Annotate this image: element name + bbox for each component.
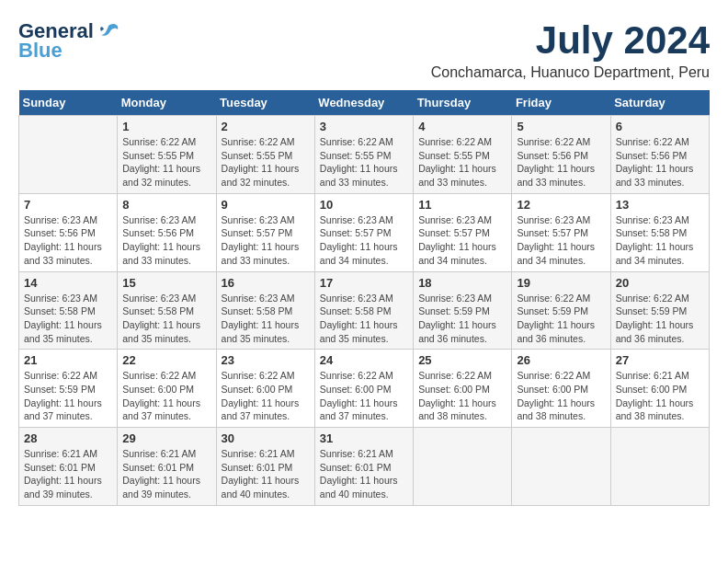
day-info: Sunrise: 6:23 AM Sunset: 5:57 PM Dayligh… — [517, 213, 605, 268]
calendar-week-row: 21Sunrise: 6:22 AM Sunset: 5:59 PM Dayli… — [19, 350, 710, 428]
day-info: Sunrise: 6:22 AM Sunset: 5:55 PM Dayligh… — [418, 135, 506, 190]
day-number: 14 — [24, 276, 112, 290]
day-number: 12 — [517, 198, 605, 212]
day-number: 30 — [222, 431, 310, 445]
header-sunday: Sunday — [19, 90, 118, 116]
day-info: Sunrise: 6:23 AM Sunset: 5:57 PM Dayligh… — [418, 213, 506, 268]
calendar-cell — [610, 428, 709, 506]
day-info: Sunrise: 6:23 AM Sunset: 5:59 PM Dayligh… — [418, 292, 506, 346]
calendar-cell: 20Sunrise: 6:22 AM Sunset: 5:59 PM Dayli… — [610, 271, 709, 350]
day-number: 26 — [517, 353, 605, 367]
day-info: Sunrise: 6:23 AM Sunset: 5:57 PM Dayligh… — [320, 213, 408, 268]
day-info: Sunrise: 6:22 AM Sunset: 5:56 PM Dayligh… — [616, 135, 704, 190]
calendar-cell: 27Sunrise: 6:21 AM Sunset: 6:00 PM Dayli… — [610, 350, 709, 428]
calendar-cell: 29Sunrise: 6:21 AM Sunset: 6:01 PM Dayli… — [118, 428, 216, 506]
day-info: Sunrise: 6:23 AM Sunset: 5:58 PM Dayligh… — [320, 292, 408, 346]
day-info: Sunrise: 6:22 AM Sunset: 6:00 PM Dayligh… — [222, 369, 310, 423]
day-info: Sunrise: 6:22 AM Sunset: 5:56 PM Dayligh… — [517, 135, 605, 190]
day-info: Sunrise: 6:23 AM Sunset: 5:56 PM Dayligh… — [122, 213, 210, 268]
calendar-week-row: 7Sunrise: 6:23 AM Sunset: 5:56 PM Daylig… — [19, 193, 710, 271]
day-info: Sunrise: 6:23 AM Sunset: 5:57 PM Dayligh… — [222, 213, 310, 268]
calendar-cell: 16Sunrise: 6:23 AM Sunset: 5:58 PM Dayli… — [216, 271, 314, 350]
day-number: 21 — [24, 353, 112, 367]
day-number: 29 — [122, 431, 210, 445]
day-number: 28 — [24, 431, 112, 445]
day-number: 22 — [122, 353, 210, 367]
day-number: 6 — [616, 120, 704, 133]
calendar-cell: 6Sunrise: 6:22 AM Sunset: 5:56 PM Daylig… — [610, 116, 709, 194]
calendar-cell: 19Sunrise: 6:22 AM Sunset: 5:59 PM Dayli… — [512, 271, 610, 350]
calendar-cell: 11Sunrise: 6:23 AM Sunset: 5:57 PM Dayli… — [414, 193, 512, 271]
calendar-header-row: SundayMondayTuesdayWednesdayThursdayFrid… — [19, 90, 710, 116]
day-number: 2 — [222, 120, 310, 133]
header-friday: Friday — [512, 90, 610, 116]
header-thursday: Thursday — [414, 90, 512, 116]
day-info: Sunrise: 6:23 AM Sunset: 5:56 PM Dayligh… — [24, 213, 112, 268]
logo-blue-text: Blue — [18, 39, 63, 63]
calendar-cell: 30Sunrise: 6:21 AM Sunset: 6:01 PM Dayli… — [216, 428, 314, 506]
calendar-cell: 1Sunrise: 6:22 AM Sunset: 5:55 PM Daylig… — [118, 116, 216, 194]
day-info: Sunrise: 6:21 AM Sunset: 6:00 PM Dayligh… — [616, 369, 704, 423]
logo: General Blue — [18, 18, 121, 63]
day-info: Sunrise: 6:22 AM Sunset: 6:00 PM Dayligh… — [418, 369, 506, 423]
header-monday: Monday — [118, 90, 216, 116]
calendar-cell — [19, 116, 118, 194]
day-info: Sunrise: 6:22 AM Sunset: 6:00 PM Dayligh… — [320, 369, 408, 423]
calendar-title-area: July 2024 Conchamarca, Huanuco Departmen… — [431, 18, 710, 81]
calendar-cell: 31Sunrise: 6:21 AM Sunset: 6:01 PM Dayli… — [314, 428, 413, 506]
calendar-cell: 23Sunrise: 6:22 AM Sunset: 6:00 PM Dayli… — [216, 350, 314, 428]
calendar-cell: 8Sunrise: 6:23 AM Sunset: 5:56 PM Daylig… — [118, 193, 216, 271]
day-number: 11 — [418, 198, 506, 212]
calendar-cell: 3Sunrise: 6:22 AM Sunset: 5:55 PM Daylig… — [314, 116, 413, 194]
day-info: Sunrise: 6:21 AM Sunset: 6:01 PM Dayligh… — [222, 447, 310, 501]
day-info: Sunrise: 6:22 AM Sunset: 5:55 PM Dayligh… — [122, 135, 210, 190]
day-number: 4 — [418, 120, 506, 133]
calendar-cell: 4Sunrise: 6:22 AM Sunset: 5:55 PM Daylig… — [414, 116, 512, 194]
calendar-week-row: 28Sunrise: 6:21 AM Sunset: 6:01 PM Dayli… — [19, 428, 710, 506]
day-number: 13 — [616, 198, 704, 212]
calendar-cell: 9Sunrise: 6:23 AM Sunset: 5:57 PM Daylig… — [216, 193, 314, 271]
page-header: General Blue July 2024 Conchamarca, Huan… — [18, 18, 710, 81]
calendar-cell: 22Sunrise: 6:22 AM Sunset: 6:00 PM Dayli… — [118, 350, 216, 428]
day-info: Sunrise: 6:21 AM Sunset: 6:01 PM Dayligh… — [24, 447, 112, 501]
day-info: Sunrise: 6:23 AM Sunset: 5:58 PM Dayligh… — [616, 213, 704, 268]
calendar-week-row: 14Sunrise: 6:23 AM Sunset: 5:58 PM Dayli… — [19, 271, 710, 350]
header-saturday: Saturday — [610, 90, 709, 116]
day-info: Sunrise: 6:21 AM Sunset: 6:01 PM Dayligh… — [122, 447, 210, 501]
day-number: 1 — [122, 120, 210, 133]
day-info: Sunrise: 6:23 AM Sunset: 5:58 PM Dayligh… — [222, 292, 310, 346]
day-number: 24 — [320, 353, 408, 367]
day-info: Sunrise: 6:22 AM Sunset: 5:59 PM Dayligh… — [24, 369, 112, 423]
calendar-table: SundayMondayTuesdayWednesdayThursdayFrid… — [18, 90, 710, 506]
day-number: 31 — [320, 431, 408, 445]
header-wednesday: Wednesday — [314, 90, 413, 116]
month-year-title: July 2024 — [431, 18, 710, 63]
calendar-cell: 26Sunrise: 6:22 AM Sunset: 6:00 PM Dayli… — [512, 350, 610, 428]
day-number: 27 — [616, 353, 704, 367]
calendar-cell: 17Sunrise: 6:23 AM Sunset: 5:58 PM Dayli… — [314, 271, 413, 350]
day-number: 20 — [616, 276, 704, 290]
day-number: 19 — [517, 276, 605, 290]
calendar-cell — [414, 428, 512, 506]
calendar-cell: 13Sunrise: 6:23 AM Sunset: 5:58 PM Dayli… — [610, 193, 709, 271]
day-number: 15 — [122, 276, 210, 290]
day-number: 9 — [222, 198, 310, 212]
day-info: Sunrise: 6:22 AM Sunset: 5:55 PM Dayligh… — [320, 135, 408, 190]
calendar-cell: 15Sunrise: 6:23 AM Sunset: 5:58 PM Dayli… — [118, 271, 216, 350]
calendar-cell: 7Sunrise: 6:23 AM Sunset: 5:56 PM Daylig… — [19, 193, 118, 271]
header-tuesday: Tuesday — [216, 90, 314, 116]
day-info: Sunrise: 6:22 AM Sunset: 5:59 PM Dayligh… — [517, 292, 605, 346]
day-number: 16 — [222, 276, 310, 290]
logo-bird-icon — [96, 18, 121, 44]
calendar-cell: 5Sunrise: 6:22 AM Sunset: 5:56 PM Daylig… — [512, 116, 610, 194]
day-number: 8 — [122, 198, 210, 212]
calendar-cell: 10Sunrise: 6:23 AM Sunset: 5:57 PM Dayli… — [314, 193, 413, 271]
calendar-cell: 25Sunrise: 6:22 AM Sunset: 6:00 PM Dayli… — [414, 350, 512, 428]
day-info: Sunrise: 6:21 AM Sunset: 6:01 PM Dayligh… — [320, 447, 408, 501]
calendar-cell: 2Sunrise: 6:22 AM Sunset: 5:55 PM Daylig… — [216, 116, 314, 194]
calendar-week-row: 1Sunrise: 6:22 AM Sunset: 5:55 PM Daylig… — [19, 116, 710, 194]
day-number: 18 — [418, 276, 506, 290]
day-number: 23 — [222, 353, 310, 367]
day-number: 10 — [320, 198, 408, 212]
day-info: Sunrise: 6:22 AM Sunset: 5:59 PM Dayligh… — [616, 292, 704, 346]
